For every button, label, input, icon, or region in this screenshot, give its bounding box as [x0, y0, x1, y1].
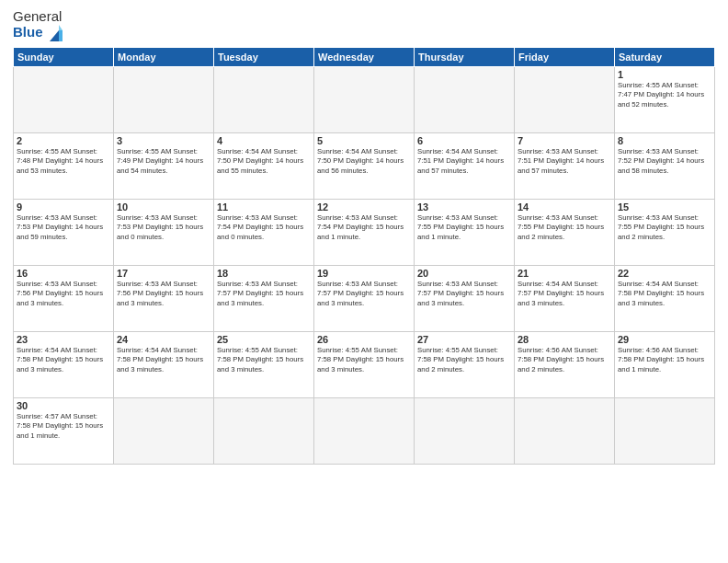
calendar-cell: 25Sunrise: 4:55 AM Sunset: 7:58 PM Dayli…: [214, 331, 314, 397]
calendar-cell: 22Sunrise: 4:54 AM Sunset: 7:58 PM Dayli…: [615, 265, 715, 331]
day-info: Sunrise: 4:53 AM Sunset: 7:55 PM Dayligh…: [618, 213, 711, 243]
calendar-cell: [515, 66, 615, 132]
calendar-cell: 5Sunrise: 4:54 AM Sunset: 7:50 PM Daylig…: [314, 132, 415, 199]
day-number: 25: [217, 334, 311, 345]
day-info: Sunrise: 4:54 AM Sunset: 7:58 PM Dayligh…: [117, 346, 210, 375]
calendar-cell: 9Sunrise: 4:53 AM Sunset: 7:53 PM Daylig…: [14, 199, 114, 265]
logo-wordmark: General Blue: [13, 9, 63, 41]
day-info: Sunrise: 4:53 AM Sunset: 7:57 PM Dayligh…: [417, 280, 511, 309]
day-info: Sunrise: 4:53 AM Sunset: 7:56 PM Dayligh…: [117, 280, 210, 309]
logo-blue: Blue: [13, 25, 63, 41]
logo-triangle-icon: [46, 25, 63, 41]
day-info: Sunrise: 4:54 AM Sunset: 7:50 PM Dayligh…: [217, 147, 311, 177]
calendar-cell: [314, 66, 415, 132]
day-number: 17: [117, 268, 210, 279]
calendar-cell: 24Sunrise: 4:54 AM Sunset: 7:58 PM Dayli…: [114, 331, 214, 397]
day-number: 1: [618, 69, 711, 80]
logo: General Blue: [13, 9, 63, 41]
day-info: Sunrise: 4:55 AM Sunset: 7:58 PM Dayligh…: [417, 346, 511, 375]
day-info: Sunrise: 4:55 AM Sunset: 7:47 PM Dayligh…: [618, 81, 711, 110]
svg-marker-0: [50, 30, 59, 41]
day-info: Sunrise: 4:53 AM Sunset: 7:54 PM Dayligh…: [217, 213, 311, 243]
day-info: Sunrise: 4:55 AM Sunset: 7:58 PM Dayligh…: [317, 346, 411, 375]
calendar-week-3: 16Sunrise: 4:53 AM Sunset: 7:56 PM Dayli…: [14, 265, 715, 331]
day-header-sunday: Sunday: [14, 47, 114, 66]
calendar-cell: 8Sunrise: 4:53 AM Sunset: 7:52 PM Daylig…: [615, 132, 715, 199]
calendar-cell: 13Sunrise: 4:53 AM Sunset: 7:55 PM Dayli…: [415, 199, 515, 265]
day-header-wednesday: Wednesday: [314, 47, 415, 66]
day-info: Sunrise: 4:53 AM Sunset: 7:53 PM Dayligh…: [117, 213, 210, 243]
day-info: Sunrise: 4:53 AM Sunset: 7:57 PM Dayligh…: [317, 280, 411, 309]
calendar-cell: 6Sunrise: 4:54 AM Sunset: 7:51 PM Daylig…: [415, 132, 515, 199]
day-info: Sunrise: 4:53 AM Sunset: 7:53 PM Dayligh…: [17, 213, 110, 243]
day-number: 12: [317, 201, 411, 213]
day-info: Sunrise: 4:55 AM Sunset: 7:48 PM Dayligh…: [17, 147, 110, 177]
day-number: 15: [618, 201, 711, 213]
day-number: 8: [618, 135, 711, 146]
calendar-cell: [114, 66, 214, 132]
calendar-cell: 4Sunrise: 4:54 AM Sunset: 7:50 PM Daylig…: [214, 132, 314, 199]
day-info: Sunrise: 4:54 AM Sunset: 7:50 PM Dayligh…: [317, 147, 411, 177]
day-number: 7: [518, 135, 611, 146]
day-info: Sunrise: 4:55 AM Sunset: 7:58 PM Dayligh…: [217, 346, 311, 375]
calendar-cell: [214, 397, 314, 464]
calendar-cell: [14, 66, 114, 132]
day-info: Sunrise: 4:54 AM Sunset: 7:58 PM Dayligh…: [618, 280, 711, 309]
day-number: 23: [17, 334, 110, 345]
day-header-saturday: Saturday: [615, 47, 715, 66]
calendar-cell: [314, 397, 415, 464]
day-number: 9: [17, 201, 110, 213]
day-info: Sunrise: 4:56 AM Sunset: 7:58 PM Dayligh…: [618, 346, 711, 375]
day-info: Sunrise: 4:57 AM Sunset: 7:58 PM Dayligh…: [17, 412, 110, 442]
calendar-week-2: 9Sunrise: 4:53 AM Sunset: 7:53 PM Daylig…: [14, 199, 715, 265]
day-number: 2: [17, 135, 110, 146]
day-number: 3: [117, 135, 210, 146]
day-info: Sunrise: 4:54 AM Sunset: 7:51 PM Dayligh…: [417, 147, 511, 177]
day-info: Sunrise: 4:53 AM Sunset: 7:56 PM Dayligh…: [17, 280, 110, 309]
day-number: 5: [317, 135, 411, 146]
calendar-week-4: 23Sunrise: 4:54 AM Sunset: 7:58 PM Dayli…: [14, 331, 715, 397]
calendar-cell: [515, 397, 615, 464]
calendar-cell: [114, 397, 214, 464]
calendar-cell: 21Sunrise: 4:54 AM Sunset: 7:57 PM Dayli…: [515, 265, 615, 331]
day-number: 28: [518, 334, 611, 345]
day-number: 20: [417, 268, 511, 279]
day-number: 21: [518, 268, 611, 279]
calendar-week-0: 1Sunrise: 4:55 AM Sunset: 7:47 PM Daylig…: [14, 66, 715, 132]
calendar-cell: 19Sunrise: 4:53 AM Sunset: 7:57 PM Dayli…: [314, 265, 415, 331]
day-header-thursday: Thursday: [415, 47, 515, 66]
calendar-cell: 2Sunrise: 4:55 AM Sunset: 7:48 PM Daylig…: [14, 132, 114, 199]
day-number: 26: [317, 334, 411, 345]
day-number: 30: [17, 400, 110, 411]
svg-marker-2: [59, 25, 63, 30]
calendar-cell: [415, 397, 515, 464]
calendar-cell: 15Sunrise: 4:53 AM Sunset: 7:55 PM Dayli…: [615, 199, 715, 265]
day-header-friday: Friday: [515, 47, 615, 66]
day-info: Sunrise: 4:54 AM Sunset: 7:57 PM Dayligh…: [518, 280, 611, 309]
calendar-cell: [415, 66, 515, 132]
day-number: 22: [618, 268, 711, 279]
day-number: 19: [317, 268, 411, 279]
calendar-cell: 10Sunrise: 4:53 AM Sunset: 7:53 PM Dayli…: [114, 199, 214, 265]
calendar-cell: 28Sunrise: 4:56 AM Sunset: 7:58 PM Dayli…: [515, 331, 615, 397]
day-number: 24: [117, 334, 210, 345]
calendar-cell: 11Sunrise: 4:53 AM Sunset: 7:54 PM Dayli…: [214, 199, 314, 265]
calendar-cell: 3Sunrise: 4:55 AM Sunset: 7:49 PM Daylig…: [114, 132, 214, 199]
calendar-week-1: 2Sunrise: 4:55 AM Sunset: 7:48 PM Daylig…: [14, 132, 715, 199]
calendar-week-5: 30Sunrise: 4:57 AM Sunset: 7:58 PM Dayli…: [14, 397, 715, 464]
svg-marker-1: [59, 30, 63, 41]
calendar-cell: 14Sunrise: 4:53 AM Sunset: 7:55 PM Dayli…: [515, 199, 615, 265]
day-info: Sunrise: 4:53 AM Sunset: 7:54 PM Dayligh…: [317, 213, 411, 243]
calendar-cell: 30Sunrise: 4:57 AM Sunset: 7:58 PM Dayli…: [14, 397, 114, 464]
header: General Blue: [13, 9, 715, 41]
calendar-cell: 26Sunrise: 4:55 AM Sunset: 7:58 PM Dayli…: [314, 331, 415, 397]
day-info: Sunrise: 4:54 AM Sunset: 7:58 PM Dayligh…: [17, 346, 110, 375]
day-info: Sunrise: 4:55 AM Sunset: 7:49 PM Dayligh…: [117, 147, 210, 177]
day-header-monday: Monday: [114, 47, 214, 66]
day-info: Sunrise: 4:56 AM Sunset: 7:58 PM Dayligh…: [518, 346, 611, 375]
calendar-cell: 1Sunrise: 4:55 AM Sunset: 7:47 PM Daylig…: [615, 66, 715, 132]
calendar-cell: 20Sunrise: 4:53 AM Sunset: 7:57 PM Dayli…: [415, 265, 515, 331]
day-number: 14: [518, 201, 611, 213]
calendar-cell: 29Sunrise: 4:56 AM Sunset: 7:58 PM Dayli…: [615, 331, 715, 397]
logo-general: General: [13, 8, 62, 24]
